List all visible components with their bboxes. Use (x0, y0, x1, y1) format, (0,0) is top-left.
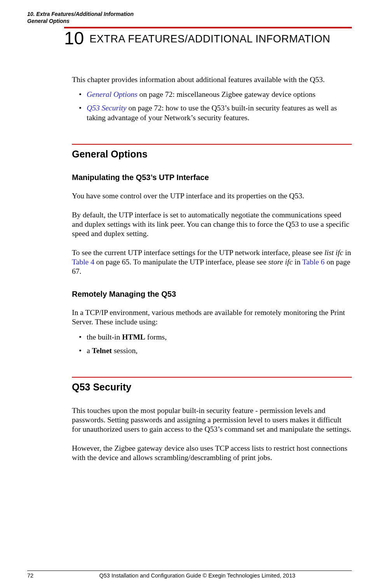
content-area: This chapter provides information about … (72, 75, 352, 462)
section-title-general: General Options (72, 149, 352, 160)
utp-p3-mid1: in (343, 248, 351, 257)
remote-bullets: the built-in HTML forms, a Telnet sessio… (72, 332, 352, 356)
page-footer: 72 Q53 Installation and Configuration Gu… (27, 570, 352, 579)
utp-cmd-list-ifc: list ifc (325, 248, 343, 257)
utp-p3: To see the current UTP interface setting… (72, 248, 352, 276)
remote-b1-post: forms, (145, 333, 167, 341)
chapter-heading: 10 EXTRA FEATURES/ADDITIONAL INFORMATION (64, 27, 352, 47)
section-title-security: Q53 Security (72, 382, 352, 393)
utp-cmd-store-ifc: store ifc (268, 258, 293, 266)
utp-p3-mid2: on page 65. To manipulate the UTP interf… (94, 258, 269, 266)
link-table-6[interactable]: Table 6 (302, 258, 325, 266)
toc-link-security[interactable]: Q53 Security (87, 104, 126, 112)
toc-item-general: General Options on page 72: miscellaneou… (87, 90, 352, 100)
remote-bullet-html: the built-in HTML forms, (87, 332, 352, 342)
chapter-number: 10 (64, 29, 84, 47)
link-table-4[interactable]: Table 4 (72, 258, 94, 266)
intro-paragraph: This chapter provides information about … (72, 75, 352, 84)
running-head-line2: General Options (27, 18, 352, 25)
remote-bullet-telnet: a Telnet session, (87, 346, 352, 356)
subsection-title-utp: Manipulating the Q53’s UTP Interface (72, 173, 352, 182)
remote-b2-bold: Telnet (92, 346, 112, 355)
toc-text-general: on page 72: miscellaneous Zigbee gateway… (138, 90, 316, 98)
remote-b2-post: session, (112, 346, 138, 355)
remote-b2-pre: a (87, 346, 92, 355)
remote-b1-bold: HTML (122, 333, 145, 341)
running-head-line1: 10. Extra Features/Additional Informatio… (27, 11, 352, 18)
section-rule-security (72, 377, 352, 378)
toc-link-general[interactable]: General Options (87, 90, 138, 98)
utp-p2: By default, the UTP interface is set to … (72, 210, 352, 239)
remote-p1: In a TCP/IP environment, various methods… (72, 308, 352, 327)
section-rule-general (72, 144, 352, 145)
chapter-toc: General Options on page 72: miscellaneou… (72, 90, 352, 123)
footer-text: Q53 Installation and Configuration Guide… (43, 572, 352, 579)
toc-item-security: Q53 Security on page 72: how to use the … (87, 103, 352, 123)
subsection-title-remote: Remotely Managing the Q53 (72, 290, 352, 299)
utp-p3-pre: To see the current UTP interface setting… (72, 248, 325, 257)
page-number: 72 (27, 572, 43, 579)
utp-p3-mid3: in (293, 258, 302, 266)
security-p1: This touches upon the most popular built… (72, 406, 352, 434)
chapter-title: EXTRA FEATURES/ADDITIONAL INFORMATION (89, 33, 330, 45)
utp-p1: You have some control over the UTP inter… (72, 191, 352, 201)
remote-b1-pre: the built-in (87, 333, 122, 341)
security-p2: However, the Zigbee gateway device also … (72, 444, 352, 463)
running-head: 10. Extra Features/Additional Informatio… (27, 11, 352, 24)
